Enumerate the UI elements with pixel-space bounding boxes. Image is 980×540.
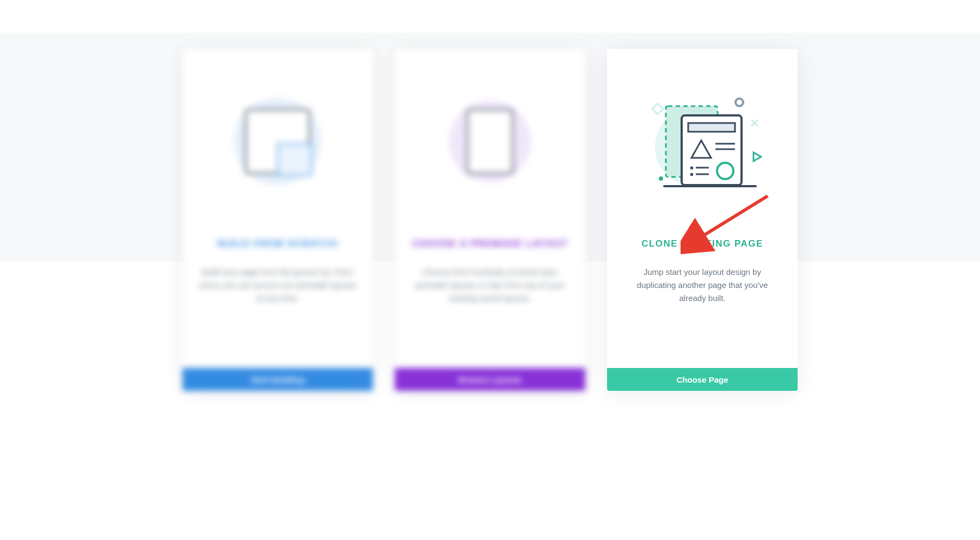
svg-point-14 bbox=[736, 99, 743, 106]
card-title: CLONE EXISTING PAGE bbox=[641, 238, 763, 249]
browse-layouts-button[interactable]: Browse Layouts bbox=[395, 368, 585, 391]
svg-rect-3 bbox=[688, 123, 735, 132]
build-scratch-illustration bbox=[218, 87, 338, 196]
svg-marker-13 bbox=[652, 103, 663, 114]
card-description: Build your page from the ground up. Don'… bbox=[197, 266, 359, 305]
clone-page-illustration bbox=[642, 87, 762, 196]
svg-rect-9 bbox=[690, 173, 693, 176]
premade-layout-illustration bbox=[430, 87, 550, 196]
card-build-from-scratch[interactable]: BUILD FROM SCRATCH Build your page from … bbox=[182, 49, 373, 391]
options-card-row: BUILD FROM SCRATCH Build your page from … bbox=[0, 0, 980, 391]
card-title: CHOOSE A PREMADE LAYOUT bbox=[412, 238, 568, 249]
card-description: Jump start your layout design by duplica… bbox=[621, 266, 783, 305]
svg-point-18 bbox=[659, 176, 663, 181]
card-choose-premade-layout[interactable]: CHOOSE A PREMADE LAYOUT Choose from hund… bbox=[395, 49, 585, 391]
svg-rect-7 bbox=[690, 167, 693, 169]
card-title: BUILD FROM SCRATCH bbox=[218, 238, 338, 249]
start-building-button[interactable]: Start Building bbox=[182, 368, 373, 391]
card-description: Choose from hundreds of world-class prem… bbox=[409, 266, 571, 305]
svg-marker-17 bbox=[754, 152, 761, 161]
choose-page-button[interactable]: Choose Page bbox=[607, 368, 798, 391]
card-clone-existing-page[interactable]: CLONE EXISTING PAGE Jump start your layo… bbox=[607, 49, 798, 391]
